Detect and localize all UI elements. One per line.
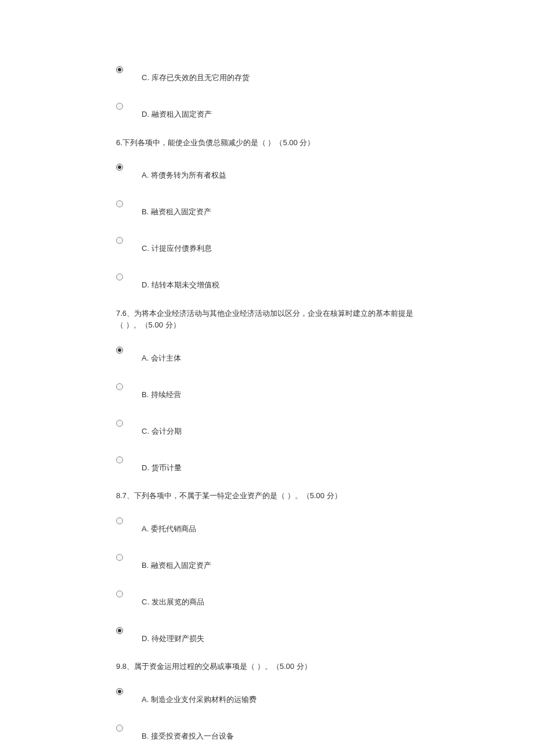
- option-row: D. 结转本期未交增值税: [116, 271, 418, 291]
- question-text: 6.下列各项中，能使企业负债总额减少的是（ ）（5.00 分）: [116, 137, 418, 149]
- option-label: B. 持续经营: [142, 381, 181, 401]
- option-label: C. 会计分期: [142, 417, 182, 438]
- radio-unselected-icon[interactable]: [116, 455, 124, 463]
- option-label: B. 融资租入固定资产: [142, 552, 211, 572]
- option-label: B. 接受投资者投入一台设备: [142, 722, 234, 743]
- quiz-content: C. 库存已失效的且无它用的存货D. 融资租入固定资产6.下列各项中，能使企业负…: [116, 64, 418, 756]
- option-label: C. 计提应付债券利息: [142, 235, 212, 255]
- option-row: D. 货币计量: [116, 454, 418, 474]
- option-label: C. 库存已失效的且无它用的存货: [142, 64, 250, 84]
- radio-selected-icon[interactable]: [116, 65, 124, 73]
- option-row: B. 融资租入固定资产: [116, 552, 418, 572]
- option-row: A. 将债务转为所有者权益: [116, 161, 418, 182]
- radio-unselected-icon[interactable]: [116, 553, 124, 561]
- option-label: D. 融资租入固定资产: [142, 100, 212, 121]
- option-row: C. 会计分期: [116, 417, 418, 438]
- radio-unselected-icon[interactable]: [116, 236, 124, 244]
- radio-unselected-icon[interactable]: [116, 272, 124, 280]
- radio-selected-icon[interactable]: [116, 687, 124, 695]
- option-row: C. 计提应付债券利息: [116, 235, 418, 255]
- option-row: B. 持续经营: [116, 381, 418, 401]
- option-row: D. 融资租入固定资产: [116, 100, 418, 121]
- radio-unselected-icon[interactable]: [116, 589, 124, 597]
- radio-selected-icon[interactable]: [116, 163, 124, 171]
- option-label: A. 委托代销商品: [142, 515, 196, 535]
- option-label: D. 结转本期未交增值税: [142, 271, 219, 291]
- option-row: A. 会计主体: [116, 344, 418, 365]
- radio-unselected-icon[interactable]: [116, 102, 124, 110]
- option-row: C. 发出展览的商品: [116, 588, 418, 609]
- option-label: A. 将债务转为所有者权益: [142, 161, 226, 182]
- radio-unselected-icon[interactable]: [116, 419, 124, 427]
- option-row: B. 融资租入固定资产: [116, 198, 418, 218]
- option-label: B. 融资租入固定资产: [142, 198, 211, 218]
- option-row: A. 委托代销商品: [116, 515, 418, 535]
- option-label: A. 会计主体: [142, 344, 181, 365]
- option-label: D. 待处理财产损失: [142, 625, 204, 645]
- option-row: B. 接受投资者投入一台设备: [116, 722, 418, 743]
- option-label: D. 货币计量: [142, 454, 182, 474]
- radio-unselected-icon[interactable]: [116, 723, 124, 732]
- option-label: C. 发出展览的商品: [142, 588, 204, 609]
- radio-selected-icon[interactable]: [116, 626, 124, 634]
- option-row: D. 待处理财产损失: [116, 625, 418, 645]
- question-text: 9.8、属于资金运用过程的交易或事项是（ ）。（5.00 分）: [116, 661, 418, 673]
- option-label: A. 制造企业支付采购材料的运输费: [142, 686, 257, 706]
- question-text: 8.7、下列各项中，不属于某一特定企业资产的是（ ）。（5.00 分）: [116, 490, 418, 502]
- option-row: C. 库存已失效的且无它用的存货: [116, 64, 418, 84]
- radio-unselected-icon[interactable]: [116, 516, 124, 524]
- radio-selected-icon[interactable]: [116, 345, 124, 354]
- question-text: 7.6、为将本企业经济活动与其他企业经济活动加以区分，企业在核算时建立的基本前提…: [116, 308, 418, 332]
- option-row: A. 制造企业支付采购材料的运输费: [116, 686, 418, 706]
- radio-unselected-icon[interactable]: [116, 382, 124, 390]
- radio-unselected-icon[interactable]: [116, 199, 124, 207]
